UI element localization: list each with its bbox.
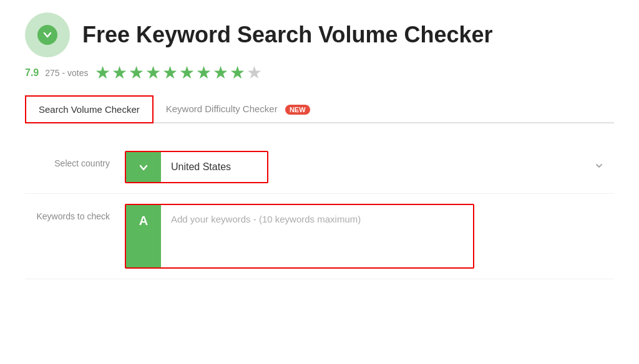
star-2: ★: [112, 62, 127, 83]
logo-circle: [25, 12, 70, 57]
keywords-label: Keywords to check: [25, 204, 125, 221]
star-5: ★: [162, 62, 178, 83]
star-8: ★: [213, 62, 228, 83]
rating-section: 7.9 275 - votes ★ ★ ★ ★ ★ ★ ★ ★ ★ ★: [25, 62, 614, 83]
keywords-row: Keywords to check A Add your keywords - …: [25, 194, 614, 279]
dropdown-chevron-icon: [220, 161, 604, 173]
star-6: ★: [179, 62, 195, 83]
star-7: ★: [196, 62, 212, 83]
country-control-wrapper: United States: [125, 151, 614, 183]
star-10-empty: ★: [246, 62, 262, 83]
rating-score: 7.9: [25, 67, 39, 79]
country-label: Select country: [25, 151, 125, 168]
country-row: Select country United States: [25, 141, 614, 194]
tabs-bar: Search Volume Checker Keyword Difficulty…: [25, 95, 614, 123]
page-wrapper: Free Keyword Search Volume Checker 7.9 2…: [0, 0, 639, 298]
tab-keyword-difficulty[interactable]: Keyword Difficulty Checker NEW: [154, 96, 323, 122]
page-title: Free Keyword Search Volume Checker: [82, 22, 493, 48]
star-4: ★: [145, 62, 161, 83]
tab-keyword-difficulty-label: Keyword Difficulty Checker: [166, 103, 278, 114]
header: Free Keyword Search Volume Checker: [25, 12, 614, 57]
star-3: ★: [129, 62, 144, 83]
star-9: ★: [230, 62, 245, 83]
keywords-control-wrapper: A Add your keywords - (10 keywords maxim…: [125, 204, 614, 269]
star-1: ★: [95, 62, 110, 83]
tab-search-volume[interactable]: Search Volume Checker: [25, 95, 154, 123]
new-badge: NEW: [285, 105, 310, 115]
rating-votes: 275 - votes: [45, 68, 88, 78]
keywords-placeholder: Add your keywords - (10 keywords maximum…: [161, 205, 473, 233]
logo-chevron-icon: [37, 25, 57, 45]
country-select-icon: [126, 152, 161, 182]
keywords-input-container[interactable]: A Add your keywords - (10 keywords maxim…: [125, 204, 474, 269]
form-section: Select country United States: [25, 141, 614, 279]
keywords-icon: A: [126, 205, 161, 267]
stars-container: ★ ★ ★ ★ ★ ★ ★ ★ ★ ★: [95, 62, 262, 83]
